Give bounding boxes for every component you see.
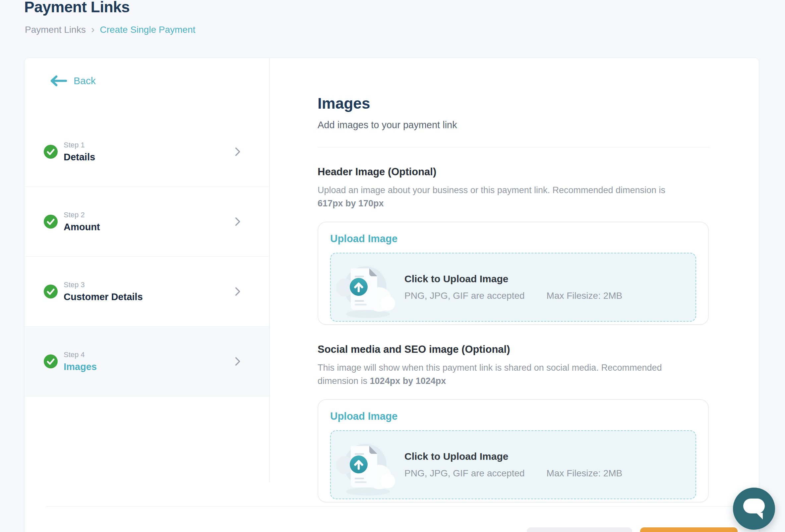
check-circle-icon xyxy=(44,145,58,159)
step-label: Step 3 xyxy=(64,281,143,289)
step-label: Step 4 xyxy=(64,350,97,359)
content-subheading: Add images to your payment link xyxy=(318,119,710,131)
description-text: This image will show when this payment l… xyxy=(318,363,662,386)
header-image-upload-card: Upload Image xyxy=(318,222,709,325)
step-item-amount[interactable]: Step 2 Amount xyxy=(25,187,269,257)
description-text: Upload an image about your business or t… xyxy=(318,185,665,195)
dropzone-cta: Click to Upload Image xyxy=(404,451,622,462)
step-item-details[interactable]: Step 1 Details xyxy=(25,117,269,187)
secondary-action-button[interactable] xyxy=(527,527,632,532)
step-title: Images xyxy=(64,362,97,372)
wizard-steps: Step 1 Details Step 2 Amount xyxy=(25,117,269,397)
breadcrumb-item-current: Create Single Payment xyxy=(100,25,195,35)
description-dimension: 1024px by 1024px xyxy=(370,376,446,386)
dropzone-cta: Click to Upload Image xyxy=(404,273,622,285)
step-title: Amount xyxy=(64,222,100,233)
header-image-section-description: Upload an image about your business or t… xyxy=(318,184,692,210)
header-image-dropzone[interactable]: Click to Upload Image PNG, JPG, GIF are … xyxy=(330,253,696,322)
seo-image-section-description: This image will show when this payment l… xyxy=(318,362,692,388)
seo-image-upload-card: Upload Image xyxy=(318,399,709,503)
check-circle-icon xyxy=(44,215,58,229)
footer-divider xyxy=(46,506,738,506)
arrow-left-icon xyxy=(50,75,67,86)
breadcrumb: Payment Links › Create Single Payment xyxy=(25,24,195,36)
chat-bubble-tail-icon xyxy=(756,513,763,520)
sidebar-divider xyxy=(269,58,270,482)
upload-illustration-icon xyxy=(336,436,396,499)
chat-bubble-icon xyxy=(743,499,765,513)
check-circle-icon xyxy=(44,285,58,298)
chat-launcher-button[interactable] xyxy=(733,488,775,530)
step-label: Step 1 xyxy=(64,141,95,150)
back-button[interactable]: Back xyxy=(50,75,96,86)
primary-action-button[interactable] xyxy=(640,527,738,532)
chevron-right-icon xyxy=(235,287,241,296)
description-dimension: 617px by 170px xyxy=(318,198,384,208)
chevron-right-icon xyxy=(235,147,241,157)
dropzone-max-filesize: Max Filesize: 2MB xyxy=(547,291,623,301)
create-payment-panel: Back Step 1 Details Step 2 Amoun xyxy=(24,58,759,532)
images-step-content: Images Add images to your payment link H… xyxy=(318,58,710,503)
step-title: Customer Details xyxy=(64,292,143,302)
seo-image-dropzone[interactable]: Click to Upload Image PNG, JPG, GIF are … xyxy=(330,430,696,499)
page-title: Payment Links xyxy=(24,0,130,16)
step-item-customer-details[interactable]: Step 3 Customer Details xyxy=(25,257,269,327)
dropzone-max-filesize: Max Filesize: 2MB xyxy=(547,468,623,479)
page-root: Payment Links Payment Links › Create Sin… xyxy=(0,0,785,532)
chevron-right-icon xyxy=(235,217,241,227)
content-heading: Images xyxy=(318,95,710,112)
step-item-images[interactable]: Step 4 Images xyxy=(25,327,269,397)
seo-image-section-title: Social media and SEO image (Optional) xyxy=(318,344,710,355)
heading-divider xyxy=(318,147,709,148)
upload-image-link[interactable]: Upload Image xyxy=(330,233,398,245)
chevron-right-icon xyxy=(235,356,241,366)
dropzone-formats: PNG, JPG, GIF are accepted xyxy=(404,291,525,301)
back-label: Back xyxy=(74,75,96,86)
chevron-right-icon: › xyxy=(91,24,95,36)
dropzone-formats: PNG, JPG, GIF are accepted xyxy=(404,468,525,479)
step-title: Details xyxy=(64,152,95,163)
breadcrumb-item-parent[interactable]: Payment Links xyxy=(25,25,86,35)
upload-illustration-icon xyxy=(336,258,396,321)
step-label: Step 2 xyxy=(64,211,100,219)
check-circle-icon xyxy=(44,354,58,368)
header-image-section-title: Header Image (Optional) xyxy=(318,166,710,178)
upload-image-link[interactable]: Upload Image xyxy=(330,410,398,422)
